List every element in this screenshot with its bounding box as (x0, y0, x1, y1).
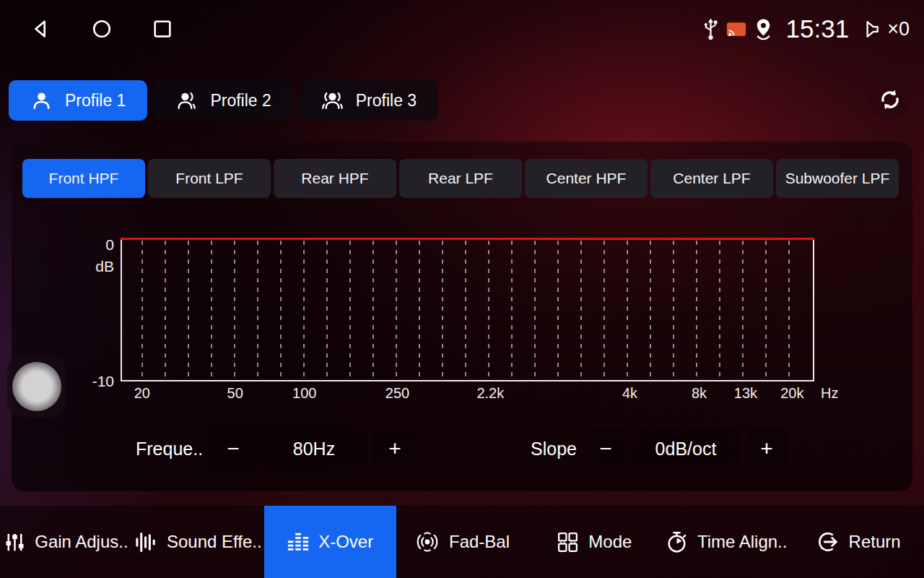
nav-item-gain-adjus[interactable]: Gain Adjus.. (0, 506, 132, 578)
nav-item-x-over[interactable]: X-Over (264, 506, 396, 578)
fader-balance-icon (414, 530, 440, 553)
gridline (141, 241, 143, 380)
gridline (165, 241, 166, 380)
y-axis-min-label: -10 (72, 373, 114, 390)
frequency-plus-button[interactable]: + (372, 428, 417, 470)
slope-value: 0dB/oct (632, 428, 740, 470)
gridline (650, 241, 651, 380)
usb-icon (702, 17, 720, 41)
nav-item-return[interactable]: Return (792, 506, 924, 578)
gridline (280, 241, 282, 380)
gridline (442, 241, 443, 380)
gridline (673, 241, 674, 380)
sound-wave-icon (134, 531, 158, 553)
refresh-button[interactable] (870, 79, 910, 120)
stopwatch-icon (665, 530, 689, 554)
gridline (765, 241, 767, 380)
gridline (580, 241, 582, 380)
slope-minus-button[interactable]: − (585, 428, 627, 470)
mode-grid-icon (556, 530, 580, 554)
gridline (372, 241, 374, 380)
volume-level: ×0 (887, 18, 910, 40)
gridline (465, 241, 466, 380)
slope-plus-button[interactable]: + (746, 428, 788, 470)
recents-icon (152, 18, 173, 40)
gridline (326, 241, 328, 380)
gridline (742, 241, 744, 380)
status-indicators: 15:31 ×0 (702, 0, 910, 58)
gridline (511, 241, 513, 380)
crossover-panel: Front HPF Front LPF Rear HPF Rear LPF Ce… (12, 142, 912, 491)
gridline (349, 241, 351, 380)
y-axis-unit-label: dB (72, 258, 114, 275)
cast-icon (726, 21, 746, 38)
car-audio-xover-screen: 15:31 ×0 Profile 1 Profile 2 Profile 3 F… (0, 0, 924, 578)
nav-item-sound-effe[interactable]: Sound Effe.. (132, 506, 264, 578)
user-double-arc-icon (321, 90, 344, 112)
profile-tabs: Profile 1 Profile 2 Profile 3 (9, 80, 438, 121)
x-tick-label-250: 250 (385, 385, 409, 402)
back-button[interactable] (30, 18, 52, 40)
x-tick-label-13k: 13k (734, 385, 757, 402)
frequency-label: Freque.. (136, 428, 203, 470)
profile-tab-profile-3[interactable]: Profile 3 (300, 80, 438, 121)
x-tick-label-20: 20 (134, 385, 150, 402)
floating-knob-button[interactable] (7, 355, 66, 418)
user-arc-icon (175, 90, 198, 112)
user-single-icon (30, 90, 53, 112)
gridline (234, 241, 235, 380)
profile-tab-profile-1[interactable]: Profile 1 (9, 80, 147, 121)
slope-label: Slope (531, 428, 577, 470)
bottom-nav: Gain Adjus.. Sound Effe.. X-Over Fad-Bal… (0, 506, 924, 578)
gridline (534, 241, 536, 380)
gridline (557, 241, 559, 380)
android-nav-buttons (30, 0, 173, 58)
home-icon (91, 18, 113, 40)
gain-sliders-icon (4, 531, 26, 553)
x-tick-label-100: 100 (292, 385, 316, 402)
x-tick-label-8k: 8k (692, 385, 707, 402)
gridline (719, 241, 720, 380)
nav-item-time-align[interactable]: Time Align.. (660, 506, 792, 578)
sync-icon (878, 87, 902, 112)
x-tick-label-2-2k: 2.2k (476, 385, 504, 402)
response-line (121, 238, 814, 240)
nav-item-fad-bal[interactable]: Fad-Bal (396, 506, 528, 578)
gridline (603, 241, 605, 380)
gridline (188, 241, 189, 380)
frequency-value: 80Hz (261, 428, 367, 470)
back-icon (30, 18, 52, 40)
gridline (696, 241, 697, 380)
x-tick-label-4k: 4k (622, 385, 637, 402)
crossover-eq-icon (287, 531, 310, 553)
gridline (419, 241, 420, 380)
x-axis-unit-label: Hz (821, 385, 838, 402)
knob-circle (12, 362, 61, 411)
nav-item-mode[interactable]: Mode (528, 506, 660, 578)
home-button[interactable] (91, 18, 113, 40)
return-arrow-icon (816, 530, 840, 554)
gridline (257, 241, 258, 380)
gridline (488, 241, 489, 380)
profile-tab-profile-2[interactable]: Profile 2 (154, 80, 292, 121)
x-tick-label-50: 50 (227, 385, 243, 402)
gridline (788, 241, 790, 380)
frequency-minus-button[interactable]: − (211, 428, 256, 470)
gridline (396, 241, 397, 380)
plot-area (121, 238, 814, 381)
gridline (627, 241, 628, 380)
x-tick-label-20k: 20k (780, 385, 803, 402)
volume-muted-icon (860, 19, 881, 40)
gridline (211, 241, 212, 380)
location-icon (753, 18, 774, 40)
y-axis-max-label: 0 (72, 236, 114, 254)
status-bar: 15:31 ×0 (0, 0, 924, 58)
clock: 15:31 (786, 14, 850, 43)
gridline (303, 241, 305, 380)
recents-button[interactable] (152, 18, 173, 40)
